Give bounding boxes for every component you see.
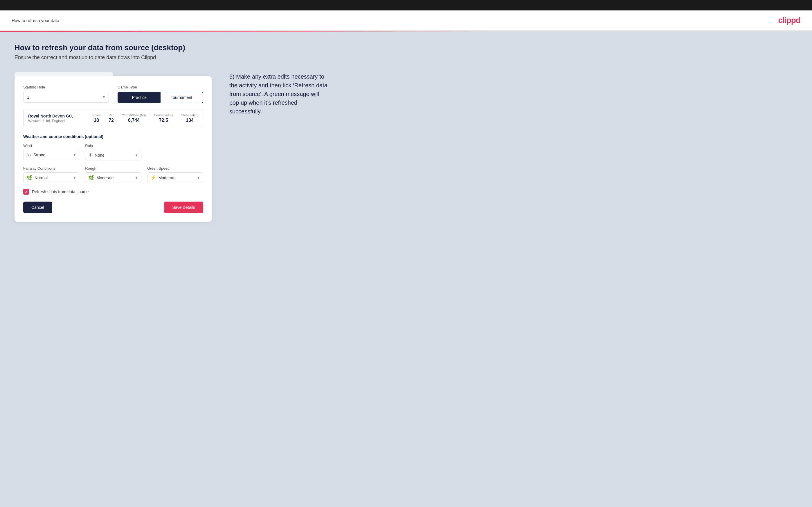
wind-rain-row: Wind 🌬 Strong ▼ Rain — [23, 144, 203, 160]
rain-label: Rain — [85, 144, 141, 148]
wind-group: Wind 🌬 Strong ▼ — [23, 144, 79, 160]
course-main-row: Royal North Devon GC, Westward Ho!, Engl… — [28, 113, 198, 123]
green-speed-value: Moderate — [158, 175, 175, 180]
logo: clippd — [778, 16, 800, 25]
yards-stat: Yards/White (M)) 6,744 — [122, 113, 146, 123]
slope-rating-value: 134 — [186, 118, 194, 123]
fairway-icon: 🌿 — [27, 175, 32, 180]
action-row: Cancel Save Details — [23, 202, 203, 213]
course-row: Royal North Devon GC, Westward Ho!, Engl… — [23, 109, 203, 127]
rain-icon: ☀ — [88, 152, 92, 158]
holes-value: 18 — [94, 118, 99, 123]
par-stat: Par 72 — [109, 113, 114, 123]
check-icon — [24, 190, 28, 193]
green-speed-icon: ⚡ — [150, 175, 156, 180]
wind-icon: 🌬 — [27, 152, 31, 158]
wind-caret: ▼ — [73, 153, 76, 157]
form-area: Starting Hole 1 ▼ Game Type Practice To — [14, 72, 212, 222]
par-label: Par — [109, 113, 114, 117]
course-name-block: Royal North Devon GC, Westward Ho!, Engl… — [28, 114, 73, 123]
cancel-button[interactable]: Cancel — [23, 202, 52, 213]
wind-value: Strong — [33, 153, 45, 157]
conditions-section-label: Weather and course conditions (optional) — [23, 134, 203, 139]
starting-hole-select[interactable]: 1 — [23, 92, 109, 102]
fairway-row: Fairway Conditions 🌿 Normal ▼ Rough — [23, 166, 203, 183]
top-bar — [0, 0, 812, 10]
game-type-toggle: Practice Tournament — [117, 92, 203, 103]
green-speed-caret: ▼ — [197, 176, 200, 179]
rain-select[interactable]: ☀ None ▼ — [85, 150, 141, 160]
rain-group: Rain ☀ None ▼ — [85, 144, 141, 160]
practice-button[interactable]: Practice — [118, 92, 160, 103]
tournament-button[interactable]: Tournament — [160, 92, 203, 103]
rain-value: None — [95, 153, 104, 158]
green-speed-label: Green Speed — [147, 166, 203, 171]
course-rating-stat: Course rating 72.5 — [154, 113, 173, 123]
rough-caret: ▼ — [135, 176, 138, 179]
yards-label: Yards/White (M)) — [122, 113, 146, 117]
refresh-label[interactable]: Refresh shots from data source — [32, 189, 89, 194]
wind-label: Wind — [23, 144, 79, 148]
holes-stat: Holes 18 — [92, 113, 100, 123]
rough-value: Moderate — [96, 175, 113, 180]
rough-group: Rough 🌿 Moderate ▼ — [85, 166, 141, 183]
fairway-label: Fairway Conditions — [23, 166, 79, 171]
course-rating-label: Course rating — [154, 113, 173, 117]
yards-value: 6,744 — [128, 118, 140, 123]
course-name: Royal North Devon GC, — [28, 114, 73, 118]
green-speed-group: Green Speed ⚡ Moderate ▼ — [147, 166, 203, 183]
starting-hole-group: Starting Hole 1 ▼ — [23, 85, 109, 103]
game-type-label: Game Type — [117, 85, 203, 89]
course-rating-value: 72.5 — [159, 118, 168, 123]
fairway-group: Fairway Conditions 🌿 Normal ▼ — [23, 166, 79, 183]
starting-hole-select-wrapper[interactable]: 1 ▼ — [23, 92, 109, 103]
save-button[interactable]: Save Details — [164, 202, 203, 213]
content-layout: Starting Hole 1 ▼ Game Type Practice To — [14, 72, 798, 222]
page-subheading: Ensure the correct and most up to date d… — [14, 55, 798, 61]
wind-select[interactable]: 🌬 Strong ▼ — [23, 150, 79, 160]
instruction-text: 3) Make any extra edits necessary to the… — [230, 72, 328, 116]
green-speed-select[interactable]: ⚡ Moderate ▼ — [147, 172, 203, 183]
slope-rating-stat: Slope rating 134 — [181, 113, 198, 123]
starting-hole-label: Starting Hole — [23, 85, 109, 89]
course-stats: Holes 18 Par 72 Yards/White (M)) 6,744 — [92, 113, 198, 123]
header-title: How to refresh your data — [12, 18, 59, 23]
top-form-row: Starting Hole 1 ▼ Game Type Practice To — [23, 85, 203, 103]
par-value: 72 — [109, 118, 114, 123]
fairway-select[interactable]: 🌿 Normal ▼ — [23, 172, 79, 183]
main-content: How to refresh your data from source (de… — [0, 32, 812, 507]
rain-caret: ▼ — [135, 154, 138, 157]
rough-icon: 🌿 — [88, 175, 94, 180]
empty-group — [147, 144, 203, 160]
form-card: Starting Hole 1 ▼ Game Type Practice To — [14, 76, 212, 222]
fairway-value: Normal — [35, 175, 48, 180]
course-location: Westward Ho!, England — [28, 119, 73, 123]
slope-rating-label: Slope rating — [181, 113, 198, 117]
holes-label: Holes — [92, 113, 100, 117]
fairway-caret: ▼ — [73, 176, 76, 179]
refresh-checkbox-row: Refresh shots from data source — [23, 189, 203, 194]
game-type-group: Game Type Practice Tournament — [117, 85, 203, 103]
card-peek — [14, 72, 113, 77]
rough-label: Rough — [85, 166, 141, 171]
page-heading: How to refresh your data from source (de… — [14, 43, 798, 52]
header: How to refresh your data clippd — [0, 10, 812, 31]
refresh-checkbox[interactable] — [23, 189, 29, 194]
rough-select[interactable]: 🌿 Moderate ▼ — [85, 172, 141, 183]
